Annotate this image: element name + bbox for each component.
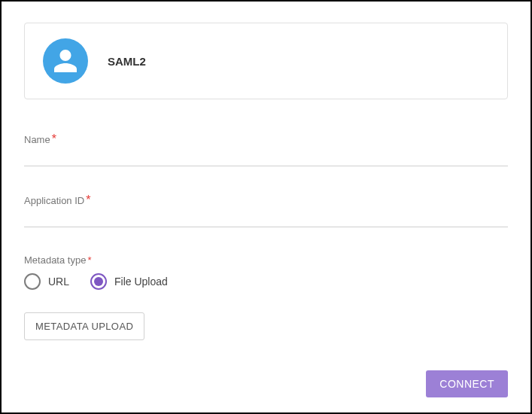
metadata-upload-button[interactable]: Metadata Upload (24, 312, 144, 340)
metadata-type-group: Metadata type* URL File Upload (24, 254, 508, 290)
application-id-field: Application ID* (24, 193, 508, 227)
application-id-label: Application ID (24, 195, 84, 206)
metadata-type-label: Metadata type* (24, 254, 508, 266)
radio-circle-icon (24, 273, 41, 290)
radio-file-upload[interactable]: File Upload (90, 273, 168, 290)
name-field: Name* (24, 132, 508, 166)
metadata-type-radio-row: URL File Upload (24, 273, 508, 290)
required-mark: * (86, 193, 90, 206)
connect-button[interactable]: Connect (426, 370, 508, 397)
radio-url-label: URL (48, 275, 69, 288)
header-card: SAML2 (24, 23, 508, 99)
metadata-type-label-text: Metadata type (24, 254, 86, 266)
name-label: Name (24, 134, 50, 145)
header-title: SAML2 (108, 55, 146, 68)
person-icon-svg (52, 47, 79, 75)
application-id-input[interactable] (24, 209, 508, 227)
radio-circle-icon (90, 273, 107, 290)
radio-file-upload-label: File Upload (114, 275, 168, 288)
radio-url[interactable]: URL (24, 273, 69, 290)
person-icon (43, 38, 88, 84)
footer: Connect (426, 370, 508, 397)
name-input[interactable] (24, 148, 508, 166)
required-mark: * (87, 254, 91, 266)
required-mark: * (52, 132, 56, 145)
